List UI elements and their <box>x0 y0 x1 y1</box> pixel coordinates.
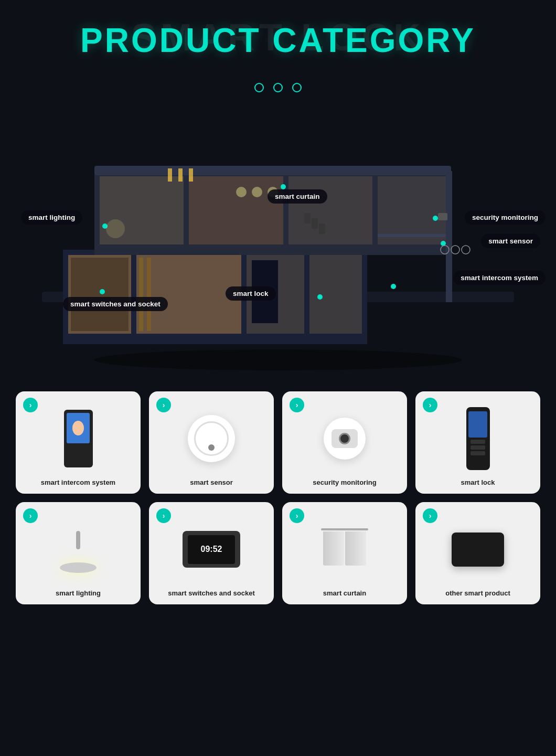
sensor-label: smart sensor <box>190 478 233 486</box>
product-card-sensor[interactable]: › smart sensor <box>149 391 274 494</box>
other-label: other smart product <box>445 589 510 597</box>
svg-rect-38 <box>438 213 447 220</box>
curtain-panel-left <box>323 531 344 566</box>
svg-point-27 <box>391 284 396 289</box>
light-arm <box>76 531 80 549</box>
switches-label: smart switches and socket <box>168 589 254 597</box>
camera-lens <box>339 433 350 444</box>
lock-btn-2 <box>471 445 485 450</box>
svg-rect-34 <box>189 168 193 182</box>
house-label-switches: smart switches and socket <box>63 297 168 311</box>
lock-btn-1 <box>471 440 485 444</box>
switches-image: 09:52 <box>155 516 268 583</box>
intercom-screen <box>67 413 90 443</box>
curtain-panel-right <box>345 531 366 566</box>
house-label-intercom: smart intercom system <box>453 271 546 285</box>
lock-screen <box>468 411 487 438</box>
switch-screen: 09:52 <box>188 535 235 564</box>
lock-label: smart lock <box>461 478 495 486</box>
product-card-curtain[interactable]: › smart curtain <box>282 502 407 604</box>
header-section: SMART LOCK PRODUCT CATEGORY <box>0 0 556 70</box>
intercom-label: smart intercom system <box>41 478 115 486</box>
card-arrow-camera[interactable]: › <box>290 398 304 412</box>
svg-rect-16 <box>446 171 452 302</box>
intercom-face <box>72 421 84 435</box>
house-label-sensor: smart sensor <box>481 234 540 248</box>
curtain-label: smart curtain <box>323 589 366 597</box>
svg-point-26 <box>317 294 323 300</box>
house-svg <box>0 108 556 370</box>
curtain-fabric <box>323 531 366 566</box>
lock-shape <box>466 407 490 470</box>
sensor-image <box>155 405 268 472</box>
svg-rect-6 <box>309 255 362 334</box>
card-arrow-sensor[interactable]: › <box>156 398 171 412</box>
dot-3[interactable] <box>292 83 302 92</box>
intercom-shape <box>64 410 93 467</box>
house-label-lock: smart lock <box>226 286 276 301</box>
svg-rect-32 <box>168 168 172 182</box>
product-card-other[interactable]: › other smart product <box>415 502 540 604</box>
svg-point-23 <box>106 219 125 238</box>
house-section: smart curtain smart lighting security mo… <box>0 108 556 370</box>
card-arrow-other[interactable]: › <box>423 508 437 523</box>
svg-rect-18 <box>139 258 143 331</box>
svg-rect-19 <box>147 258 151 331</box>
card-arrow-lighting[interactable]: › <box>23 508 38 523</box>
switch-shape: 09:52 <box>183 531 240 568</box>
product-card-camera[interactable]: › security monitoring <box>282 391 407 494</box>
product-card-intercom[interactable]: › smart intercom system <box>16 391 141 494</box>
camera-shape <box>324 418 366 460</box>
products-row-1: › smart intercom system › smart sensor › <box>16 391 540 494</box>
dots-indicator <box>0 83 556 92</box>
svg-point-24 <box>433 216 438 221</box>
curtain-image <box>288 516 401 583</box>
lock-btn-3 <box>471 451 485 455</box>
card-arrow-curtain[interactable]: › <box>290 508 304 523</box>
house-scene: smart curtain smart lighting security mo… <box>0 108 556 370</box>
svg-rect-35 <box>304 213 311 223</box>
lock-buttons <box>471 440 485 455</box>
svg-rect-14 <box>94 166 451 175</box>
svg-point-28 <box>100 289 105 294</box>
card-arrow-switches[interactable]: › <box>156 508 171 523</box>
camera-image <box>288 405 401 472</box>
product-card-lock[interactable]: › smart lock <box>415 391 540 494</box>
card-arrow-lock[interactable]: › <box>423 398 437 412</box>
product-card-switches[interactable]: › 09:52 smart switches and socket <box>149 502 274 604</box>
products-section: › smart intercom system › smart sensor › <box>0 370 556 634</box>
lighting-shape <box>55 526 102 573</box>
svg-rect-12 <box>288 176 372 244</box>
camera-label: security monitoring <box>313 478 376 486</box>
svg-point-29 <box>236 187 247 197</box>
products-row-2: › smart lighting › 09:52 smart switches … <box>16 502 540 604</box>
switch-time: 09:52 <box>201 545 222 554</box>
other-image <box>422 516 534 583</box>
svg-rect-20 <box>71 258 129 331</box>
light-fixture <box>60 562 97 573</box>
curtain-shape <box>321 528 368 570</box>
camera-body <box>332 429 358 448</box>
other-shape <box>452 533 504 567</box>
lighting-image <box>22 516 134 583</box>
house-label-security: security monitoring <box>465 210 546 225</box>
svg-point-41 <box>462 246 470 254</box>
svg-point-21 <box>281 184 286 189</box>
svg-point-0 <box>94 349 462 370</box>
svg-rect-15 <box>378 234 446 237</box>
dot-1[interactable] <box>254 83 264 92</box>
svg-point-40 <box>451 246 459 254</box>
house-label-curtain: smart curtain <box>268 189 327 204</box>
product-card-lighting[interactable]: › smart lighting <box>16 502 141 604</box>
svg-rect-33 <box>178 168 183 182</box>
svg-point-30 <box>252 187 262 197</box>
house-label-lighting: smart lighting <box>21 210 82 225</box>
curtain-rail <box>321 528 368 530</box>
svg-rect-37 <box>319 223 325 234</box>
card-arrow-intercom[interactable]: › <box>23 398 38 412</box>
svg-rect-11 <box>189 176 283 244</box>
svg-rect-36 <box>312 218 318 229</box>
dot-2[interactable] <box>273 83 283 92</box>
intercom-image <box>22 405 134 472</box>
lighting-label: smart lighting <box>56 589 101 597</box>
